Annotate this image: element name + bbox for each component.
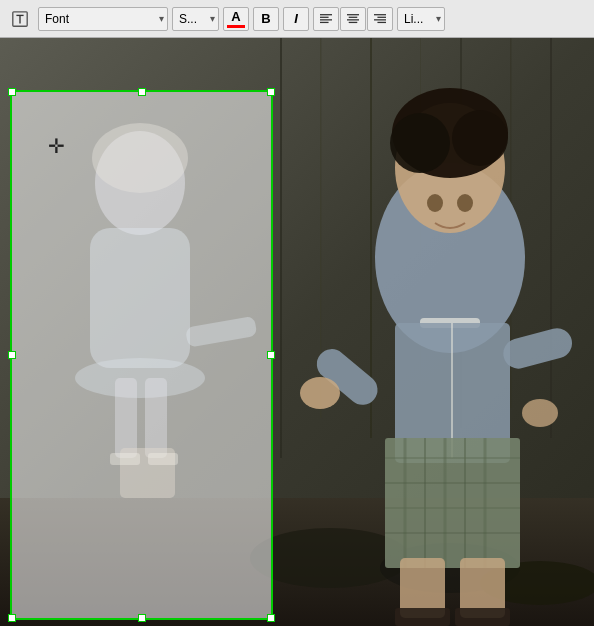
- align-group: [313, 7, 393, 31]
- size-select-wrapper[interactable]: S...810121416182436: [172, 7, 219, 31]
- svg-rect-22: [550, 38, 552, 438]
- handle-bottom-right[interactable]: [267, 614, 275, 622]
- svg-rect-50: [455, 608, 510, 626]
- handle-top-left[interactable]: [8, 88, 16, 96]
- align-right-icon: [373, 13, 387, 25]
- font-select-wrapper[interactable]: FontArialTimes New RomanHelvetica: [38, 7, 168, 31]
- handle-middle-left[interactable]: [8, 351, 16, 359]
- font-color-letter: A: [231, 9, 240, 24]
- svg-point-30: [390, 113, 450, 173]
- line-spacing-select-wrapper[interactable]: Li...1.01.52.0: [397, 7, 445, 31]
- svg-point-31: [452, 110, 508, 166]
- svg-point-54: [457, 194, 473, 212]
- align-left-icon: [319, 13, 333, 25]
- toolbar: FontArialTimes New RomanHelvetica S...81…: [0, 0, 594, 38]
- font-color-button[interactable]: A: [223, 7, 249, 31]
- align-left-button[interactable]: [313, 7, 339, 31]
- svg-point-51: [300, 377, 340, 409]
- selected-text-box[interactable]: [10, 90, 273, 620]
- handle-bottom-center[interactable]: [138, 614, 146, 622]
- align-center-button[interactable]: [340, 7, 366, 31]
- font-color-underline: [227, 25, 245, 28]
- svg-rect-16: [280, 38, 282, 458]
- text-tool-icon[interactable]: [6, 5, 34, 33]
- svg-point-53: [427, 194, 443, 212]
- handle-top-center[interactable]: [138, 88, 146, 96]
- handle-middle-right[interactable]: [267, 351, 275, 359]
- size-select[interactable]: S...810121416182436: [172, 7, 219, 31]
- move-cursor-icon: ✛: [48, 134, 65, 158]
- line-spacing-select[interactable]: Li...1.01.52.0: [397, 7, 445, 31]
- bold-button[interactable]: B: [253, 7, 279, 31]
- handle-bottom-left[interactable]: [8, 614, 16, 622]
- handle-top-right[interactable]: [267, 88, 275, 96]
- italic-button[interactable]: I: [283, 7, 309, 31]
- text-tool-svg: [11, 10, 29, 28]
- svg-rect-49: [395, 608, 450, 626]
- font-select[interactable]: FontArialTimes New RomanHelvetica: [38, 7, 168, 31]
- align-center-icon: [346, 13, 360, 25]
- svg-point-52: [522, 399, 558, 427]
- align-right-button[interactable]: [367, 7, 393, 31]
- canvas-area: ✛: [0, 38, 594, 626]
